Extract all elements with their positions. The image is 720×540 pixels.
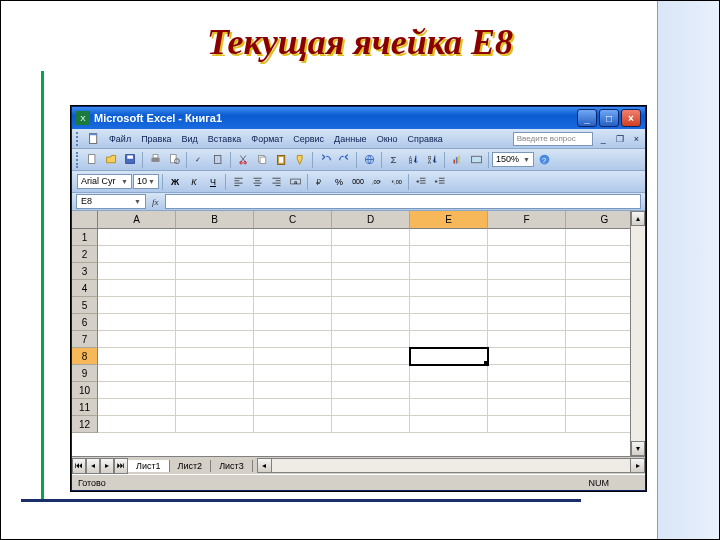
drawing-icon[interactable]: [467, 151, 485, 169]
scroll-down-icon[interactable]: ▾: [631, 441, 645, 456]
menu-сервис[interactable]: Сервис: [288, 132, 329, 146]
merge-center-icon[interactable]: a: [286, 173, 304, 191]
cell-A4[interactable]: [98, 280, 176, 297]
cell-F4[interactable]: [488, 280, 566, 297]
italic-button[interactable]: К: [185, 173, 203, 191]
row-header-7[interactable]: 7: [72, 331, 98, 348]
sheet-tab-1[interactable]: Лист1: [127, 460, 170, 472]
format-painter-icon[interactable]: [291, 151, 309, 169]
row-header-10[interactable]: 10: [72, 382, 98, 399]
cell-G8[interactable]: [566, 348, 630, 365]
cell-A7[interactable]: [98, 331, 176, 348]
open-icon[interactable]: [102, 151, 120, 169]
menu-файл[interactable]: Файл: [104, 132, 136, 146]
cell-F8[interactable]: [488, 348, 566, 365]
cell-D4[interactable]: [332, 280, 410, 297]
cell-B7[interactable]: [176, 331, 254, 348]
row-header-8[interactable]: 8: [72, 348, 98, 365]
row-header-9[interactable]: 9: [72, 365, 98, 382]
cell-A9[interactable]: [98, 365, 176, 382]
menubar-handle[interactable]: [76, 132, 80, 146]
scroll-left-icon[interactable]: ◂: [257, 458, 272, 473]
cell-D9[interactable]: [332, 365, 410, 382]
paste-icon[interactable]: [272, 151, 290, 169]
tab-nav-first-icon[interactable]: ⏮: [72, 458, 86, 474]
underline-button[interactable]: Ч: [204, 173, 222, 191]
cell-E1[interactable]: [410, 229, 488, 246]
tab-nav-next-icon[interactable]: ▸: [100, 458, 114, 474]
row-header-5[interactable]: 5: [72, 297, 98, 314]
cell-D8[interactable]: [332, 348, 410, 365]
cell-E12[interactable]: [410, 416, 488, 433]
cell-A10[interactable]: [98, 382, 176, 399]
titlebar[interactable]: X Microsoft Excel - Книга1 _ □ ×: [72, 107, 645, 129]
cell-F5[interactable]: [488, 297, 566, 314]
cell-D5[interactable]: [332, 297, 410, 314]
cell-C4[interactable]: [254, 280, 332, 297]
currency-icon[interactable]: ₽: [311, 173, 329, 191]
cell-E7[interactable]: [410, 331, 488, 348]
column-header-G[interactable]: G: [566, 211, 630, 229]
scroll-up-icon[interactable]: ▴: [631, 211, 645, 226]
cell-D11[interactable]: [332, 399, 410, 416]
hscroll-track[interactable]: [272, 458, 630, 473]
cell-F9[interactable]: [488, 365, 566, 382]
new-icon[interactable]: [83, 151, 101, 169]
cell-E3[interactable]: [410, 263, 488, 280]
cell-F3[interactable]: [488, 263, 566, 280]
align-center-icon[interactable]: [248, 173, 266, 191]
row-header-1[interactable]: 1: [72, 229, 98, 246]
cell-C12[interactable]: [254, 416, 332, 433]
cell-G5[interactable]: [566, 297, 630, 314]
close-button[interactable]: ×: [621, 109, 641, 127]
cell-G3[interactable]: [566, 263, 630, 280]
name-box[interactable]: E8▼: [76, 194, 146, 209]
toolbar-handle[interactable]: [76, 152, 80, 168]
spell-icon[interactable]: ✓: [190, 151, 208, 169]
cell-C8[interactable]: [254, 348, 332, 365]
cell-C11[interactable]: [254, 399, 332, 416]
cell-G1[interactable]: [566, 229, 630, 246]
cell-F1[interactable]: [488, 229, 566, 246]
select-all-corner[interactable]: [72, 211, 98, 229]
zoom-select[interactable]: 150%▼: [492, 152, 534, 167]
cell-D2[interactable]: [332, 246, 410, 263]
hyperlink-icon[interactable]: [360, 151, 378, 169]
doc-restore-button[interactable]: ❐: [614, 134, 626, 144]
cell-C2[interactable]: [254, 246, 332, 263]
help-icon[interactable]: ?: [535, 151, 553, 169]
column-header-D[interactable]: D: [332, 211, 410, 229]
cell-A12[interactable]: [98, 416, 176, 433]
menu-окно[interactable]: Окно: [372, 132, 403, 146]
cell-D6[interactable]: [332, 314, 410, 331]
copy-icon[interactable]: [253, 151, 271, 169]
font-select[interactable]: Arial Cyr▼: [77, 174, 132, 189]
cell-B8[interactable]: [176, 348, 254, 365]
cell-E9[interactable]: [410, 365, 488, 382]
row-header-11[interactable]: 11: [72, 399, 98, 416]
align-right-icon[interactable]: [267, 173, 285, 191]
cell-A8[interactable]: [98, 348, 176, 365]
cell-B2[interactable]: [176, 246, 254, 263]
sort-desc-icon[interactable]: ЯA: [423, 151, 441, 169]
cell-C7[interactable]: [254, 331, 332, 348]
menu-вставка[interactable]: Вставка: [203, 132, 246, 146]
doc-close-button[interactable]: ×: [632, 134, 641, 144]
cut-icon[interactable]: [234, 151, 252, 169]
cell-D7[interactable]: [332, 331, 410, 348]
cell-E11[interactable]: [410, 399, 488, 416]
formula-input[interactable]: [165, 194, 642, 209]
cell-B11[interactable]: [176, 399, 254, 416]
cell-B9[interactable]: [176, 365, 254, 382]
doc-icon[interactable]: [84, 130, 102, 148]
menu-вид[interactable]: Вид: [177, 132, 203, 146]
menu-справка[interactable]: Справка: [403, 132, 448, 146]
decrease-indent-icon[interactable]: [412, 173, 430, 191]
chart-icon[interactable]: [448, 151, 466, 169]
menu-правка[interactable]: Правка: [136, 132, 176, 146]
save-icon[interactable]: [121, 151, 139, 169]
column-header-E[interactable]: E: [410, 211, 488, 229]
cell-A2[interactable]: [98, 246, 176, 263]
comma-icon[interactable]: 000: [349, 173, 367, 191]
column-header-A[interactable]: A: [98, 211, 176, 229]
